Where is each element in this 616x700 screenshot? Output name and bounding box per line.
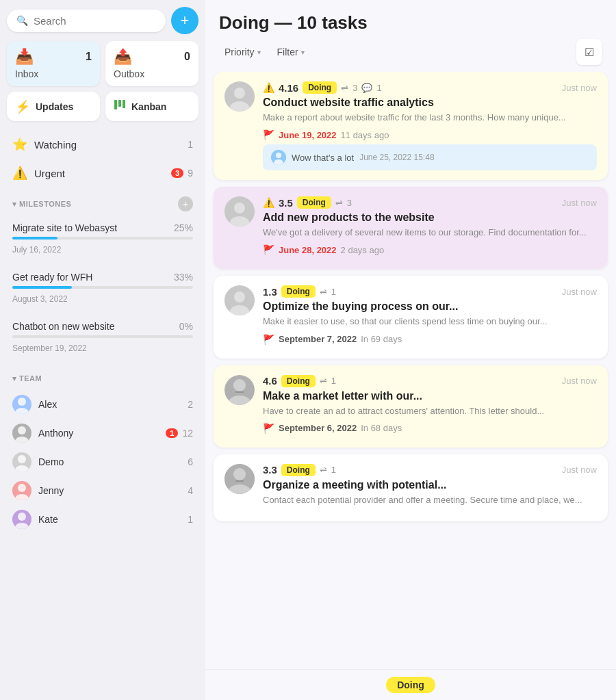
svg-point-4: [15, 408, 29, 414]
milestone-item-chatbot[interactable]: Chatbot on new website 0% September 19, …: [7, 317, 198, 361]
svg-point-20: [234, 203, 245, 213]
task-card-5[interactable]: 3.3 Doing ⇌ 1 Just now Organize a meetin…: [214, 454, 608, 521]
task-card-2[interactable]: ⚠️ 3.5 Doing ⇌ 3 Just now Add new produc…: [214, 187, 608, 269]
transfer-count: 3: [347, 198, 352, 208]
urgent-icon: ⚠️: [12, 166, 27, 181]
sidebar-item-watching[interactable]: ⭐ Watching 1: [7, 131, 198, 158]
transfer-count: 1: [331, 465, 336, 475]
urgent-count: 9: [188, 168, 193, 179]
svg-point-14: [234, 88, 245, 99]
milestone-item-wfh[interactable]: Get ready for WFH 33% August 3, 2022: [7, 268, 198, 311]
anthony-badge: 1: [166, 428, 178, 438]
kanban-button[interactable]: Kanban: [105, 92, 198, 121]
task-avatar-2: [224, 196, 255, 226]
milestone-pct: 25%: [174, 222, 193, 233]
svg-point-5: [18, 426, 26, 435]
svg-rect-32: [235, 480, 244, 482]
filter-button[interactable]: Filter ▾: [272, 44, 310, 60]
team-member-anthony[interactable]: Anthony 1 12: [7, 419, 198, 448]
comment-count: 1: [376, 83, 381, 93]
sidebar: 🔍 + 📥 1 Inbox 📤 0 Outbox ⚡ Updates: [0, 0, 205, 700]
kate-name: Kate: [38, 514, 188, 525]
milestone-progress-bar: [12, 286, 72, 289]
task-title: Add new products to the website: [263, 211, 597, 224]
task-meta-5: 3.3 Doing ⇌ 1 Just now: [263, 464, 597, 476]
outbox-box[interactable]: 📤 0 Outbox: [105, 41, 198, 86]
main-toolbar: Priority ▾ Filter ▾ ☑: [219, 39, 602, 65]
milestone-progress-bar-bg: [12, 286, 193, 289]
svg-point-12: [15, 523, 29, 529]
doing-pill: Doing: [386, 677, 435, 693]
milestones-add-button[interactable]: +: [178, 196, 193, 211]
priority-filter-button[interactable]: Priority ▾: [219, 44, 266, 60]
milestone-pct: 0%: [179, 321, 193, 332]
kanban-icon: [114, 99, 126, 114]
task-desc: Have to create an ad to attract costumer…: [263, 405, 597, 417]
watching-label: Watching: [34, 139, 188, 151]
flag-icon: 🚩: [263, 244, 274, 255]
priority-label: Priority: [224, 47, 255, 57]
anthony-count: 12: [182, 428, 193, 439]
transfer-icon: ⇌: [320, 465, 327, 475]
team-member-demo[interactable]: Demo 6: [7, 448, 198, 476]
doing-badge: Doing: [281, 464, 316, 476]
task-due: 🚩 June 28, 2022 2 days ago: [263, 244, 597, 255]
task-time: Just now: [562, 287, 597, 297]
task-time: Just now: [562, 376, 597, 386]
svg-point-6: [15, 437, 29, 443]
search-icon: 🔍: [16, 15, 28, 26]
alex-avatar: [12, 395, 31, 414]
urgent-badge: 3: [171, 168, 183, 178]
demo-count: 6: [188, 456, 193, 467]
search-input[interactable]: [34, 15, 156, 27]
svg-point-3: [18, 398, 26, 406]
milestone-name: Migrate site to Webasyst: [12, 222, 117, 233]
outbox-count: 0: [184, 51, 190, 63]
task-body-2: ⚠️ 3.5 Doing ⇌ 3 Just now Add new produc…: [263, 196, 597, 259]
page-title: Doing — 10 tasks: [219, 12, 602, 34]
team-member-kate[interactable]: Kate 1: [7, 505, 198, 534]
task-due: 🚩 September 7, 2022 In 69 days: [263, 334, 597, 345]
comment-icon: 💬: [361, 83, 372, 93]
watching-count: 1: [188, 139, 193, 150]
svg-point-11: [18, 513, 26, 521]
milestone-progress-bar-bg: [12, 237, 193, 239]
milestones-title: ▾ MILESTONES: [12, 200, 178, 209]
transfer-count: 3: [352, 83, 357, 93]
task-card-1[interactable]: ⚠️ 4.16 Doing ⇌ 3 💬 1 Just now Conduct w…: [214, 72, 608, 180]
sidebar-item-urgent[interactable]: ⚠️ Urgent 3 9: [7, 159, 198, 187]
team-member-alex[interactable]: Alex 2: [7, 390, 198, 419]
comment-date: June 25, 2022 15:48: [359, 153, 434, 162]
check-icon: ☑: [585, 46, 594, 59]
flag-icon: 🚩: [263, 423, 274, 434]
task-card-3[interactable]: 1.3 Doing ⇌ 1 Just now Optimize the buyi…: [214, 276, 608, 358]
milestone-item-migrate[interactable]: Migrate site to Webasyst 25% July 16, 20…: [7, 218, 198, 262]
svg-point-30: [233, 468, 246, 480]
team-title: ▾ TEAM: [12, 374, 193, 383]
task-score: 1.3: [263, 286, 277, 298]
task-avatar-5: [224, 464, 255, 494]
milestone-progress-bar-bg: [12, 335, 193, 338]
svg-rect-28: [235, 391, 244, 393]
check-button[interactable]: ☑: [576, 39, 602, 65]
main-content: Doing — 10 tasks Priority ▾ Filter ▾ ☑ ⚠…: [205, 0, 616, 700]
task-avatar-4: [224, 375, 255, 405]
task-score: 3.5: [279, 197, 293, 209]
task-card-4[interactable]: 4.6 Doing ⇌ 1 Just now Make a market let…: [214, 365, 608, 448]
jenny-count: 4: [188, 485, 193, 496]
due-relative: 11 days ago: [341, 130, 389, 140]
search-bar: 🔍 +: [7, 7, 198, 34]
search-input-wrap[interactable]: 🔍: [7, 10, 166, 32]
inbox-box[interactable]: 📥 1 Inbox: [7, 41, 100, 86]
transfer-count: 1: [331, 376, 336, 386]
task-meta-1: ⚠️ 4.16 Doing ⇌ 3 💬 1 Just now: [263, 81, 597, 94]
task-title: Optimize the buying process on our...: [263, 300, 597, 313]
doing-badge: Doing: [303, 81, 337, 94]
task-desc: Make it easier to use, so that our clien…: [263, 315, 597, 328]
watching-icon: ⭐: [12, 137, 27, 152]
task-meta-2: ⚠️ 3.5 Doing ⇌ 3 Just now: [263, 196, 597, 209]
team-member-jenny[interactable]: Jenny 4: [7, 476, 198, 505]
add-button[interactable]: +: [171, 7, 198, 34]
task-time: Just now: [562, 198, 597, 208]
updates-button[interactable]: ⚡ Updates: [7, 92, 100, 121]
